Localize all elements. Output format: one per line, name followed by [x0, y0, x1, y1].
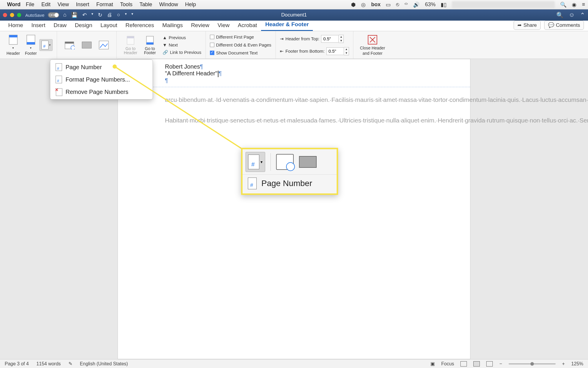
tab-review[interactable]: Review	[187, 20, 213, 31]
menu-insert[interactable]: Insert	[76, 1, 89, 8]
feedback-icon[interactable]: ☺	[569, 11, 575, 19]
header-region[interactable]: Robert Jones¶ "A Different Header"¶ ¶ He…	[118, 59, 470, 87]
menu-window[interactable]: Window	[159, 1, 178, 8]
header-top-input[interactable]	[321, 35, 339, 43]
mac-menubar: Word File Edit View Insert Format Tools …	[0, 0, 588, 9]
home-icon[interactable]: ⌂	[63, 12, 66, 18]
battery-icon[interactable]: ▮▯	[441, 1, 447, 8]
spotlight-icon[interactable]: 🔍	[560, 1, 567, 8]
previous-button[interactable]: ▲Previous	[163, 34, 201, 41]
tab-draw[interactable]: Draw	[49, 20, 71, 31]
next-button[interactable]: ▼Next	[163, 42, 201, 48]
tab-insert[interactable]: Insert	[27, 20, 50, 31]
paragraph-1: arcu·bibendum·at.·Id·venenatis·a·condime…	[165, 94, 423, 106]
comments-button[interactable]: 💬Comments	[544, 21, 584, 30]
page-number-item-icon	[56, 63, 62, 71]
search-icon[interactable]: 🔍	[556, 11, 564, 19]
date-time-button[interactable]	[61, 39, 78, 51]
menu-edit[interactable]: Edit	[41, 1, 51, 8]
save-icon[interactable]: 💾	[71, 12, 78, 18]
tab-acrobat[interactable]: Acrobat	[234, 20, 261, 31]
tab-layout[interactable]: Layout	[96, 20, 121, 31]
spin-down[interactable]: ▼	[344, 51, 349, 55]
ribbon-options-icon[interactable]: ⌃	[580, 11, 585, 19]
view-read-icon[interactable]	[460, 361, 467, 367]
footer-bottom-input[interactable]	[326, 47, 344, 55]
undo-dropdown-icon[interactable]: ▾	[91, 12, 93, 18]
print-icon[interactable]: 🖨	[107, 12, 112, 18]
bluetooth-icon[interactable]: ⎋	[396, 1, 399, 8]
redo-icon[interactable]: ↻	[98, 12, 102, 18]
volume-icon[interactable]: 🔊	[413, 1, 420, 8]
tab-design[interactable]: Design	[71, 20, 96, 31]
page-number-button[interactable]: ▾	[39, 39, 53, 51]
creative-cloud-icon[interactable]: ◎	[361, 1, 366, 8]
zoom-slider[interactable]	[509, 363, 556, 364]
footer-button[interactable]: ▾ Footer	[22, 34, 39, 57]
shape-icon[interactable]: ○	[117, 12, 120, 18]
share-icon: ➦	[517, 22, 522, 28]
airplay-icon[interactable]: ▭	[386, 1, 391, 8]
goto-footer-button[interactable]: Go to Footer	[140, 34, 160, 56]
menu-table[interactable]: Table	[140, 1, 152, 8]
show-doctext-checkbox[interactable]	[210, 51, 214, 55]
callout-page-number-item[interactable]: Page Number	[243, 175, 337, 193]
menu-format[interactable]: Format	[96, 1, 113, 8]
zoom-out-icon[interactable]: −	[499, 361, 502, 367]
view-print-icon[interactable]	[473, 361, 480, 367]
callout-page-number-button[interactable]: ▾	[245, 152, 265, 172]
diff-oddeven-checkbox[interactable]	[210, 43, 214, 47]
spin-up[interactable]: ▲	[339, 35, 343, 39]
diff-first-checkbox[interactable]	[210, 35, 214, 39]
menu-view[interactable]: View	[58, 1, 69, 8]
tab-mailings[interactable]: Mailings	[158, 20, 187, 31]
document-area[interactable]: Robert Jones¶ "A Different Header"¶ ¶ He…	[0, 59, 588, 359]
svg-rect-1	[9, 35, 17, 37]
focus-icon[interactable]: ▣	[430, 361, 435, 367]
menubar-extra-icon[interactable]: ⬢	[351, 1, 356, 8]
dropdown-remove-page-numbers[interactable]: Remove Page Numbers	[50, 86, 153, 98]
goto-footer-label: Go to Footer	[143, 47, 157, 55]
tab-header-footer[interactable]: Header & Footer	[261, 19, 313, 31]
tab-references[interactable]: References	[121, 20, 158, 31]
siri-icon[interactable]: ◉	[572, 1, 577, 8]
wifi-icon[interactable]: ⌔	[405, 1, 408, 8]
status-language[interactable]: English (United States)	[80, 361, 128, 367]
link-previous-button[interactable]: 🔗Link to Previous	[163, 49, 201, 56]
tab-home[interactable]: Home	[4, 20, 27, 31]
status-words[interactable]: 1154 words	[36, 361, 61, 367]
status-page[interactable]: Page 3 of 4	[5, 361, 29, 367]
close-header-footer-button[interactable]: Close Header and Footer	[358, 34, 387, 57]
comment-icon: 💬	[548, 22, 554, 28]
paragraph-2: Habitant·morbi·tristique·senectus·et·net…	[165, 114, 423, 127]
autosave-state: OFF	[49, 14, 55, 17]
customize-qat-icon[interactable]: ▾	[131, 12, 133, 18]
spin-up[interactable]: ▲	[344, 47, 349, 51]
spellcheck-icon[interactable]: ✎	[69, 361, 72, 367]
focus-label[interactable]: Focus	[441, 361, 454, 367]
app-name[interactable]: Word	[7, 1, 21, 8]
menu-help[interactable]: Help	[185, 1, 196, 8]
autosave-toggle[interactable]: OFF	[48, 12, 59, 18]
share-button[interactable]: ➦Share	[514, 21, 540, 30]
menu-file[interactable]: File	[26, 1, 34, 8]
header-button[interactable]: ▾ Header	[4, 34, 22, 57]
spin-down[interactable]: ▼	[339, 39, 343, 43]
view-web-icon[interactable]	[486, 361, 493, 367]
zoom-value[interactable]: 125%	[571, 361, 583, 367]
tab-view[interactable]: View	[213, 20, 234, 31]
dropdown-page-number[interactable]: Page Number	[50, 61, 153, 73]
zoom-in-icon[interactable]: +	[562, 361, 565, 367]
shape-dropdown-icon[interactable]: ▾	[125, 12, 127, 18]
goto-header-button[interactable]: Go to Header	[121, 34, 140, 56]
dropdown-format-page-numbers[interactable]: Format Page Numbers...	[50, 73, 153, 86]
document-info-button[interactable]	[78, 39, 95, 51]
box-icon[interactable]: box	[371, 1, 380, 8]
zoom-window[interactable]	[17, 13, 21, 17]
minimize-window[interactable]	[10, 13, 14, 17]
close-window[interactable]	[3, 13, 7, 17]
pictures-button[interactable]	[95, 39, 112, 51]
undo-icon[interactable]: ↶	[82, 12, 87, 18]
notification-center-icon[interactable]: ≡	[582, 1, 585, 8]
menu-tools[interactable]: Tools	[120, 1, 132, 8]
